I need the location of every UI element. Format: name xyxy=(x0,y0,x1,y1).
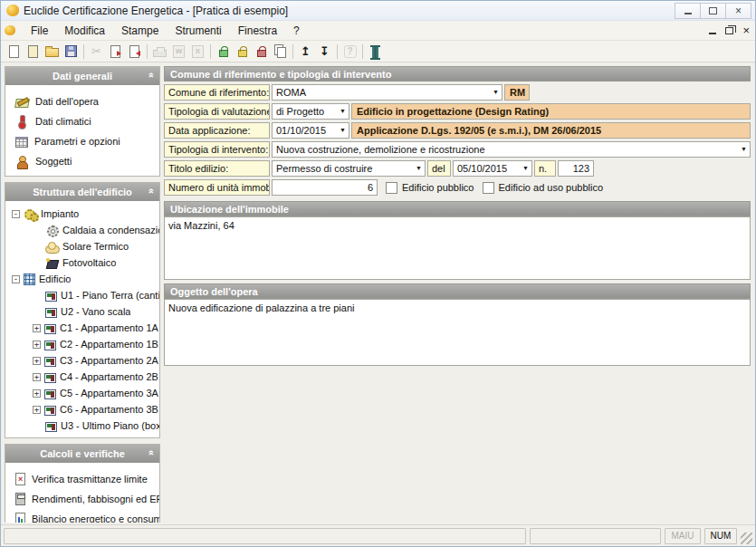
unita-input[interactable]: 6 xyxy=(272,179,378,196)
child-close-icon[interactable]: × xyxy=(742,26,750,35)
checkbox-edificio-uso-pubblico[interactable] xyxy=(483,182,494,194)
people-icon xyxy=(15,155,29,168)
resize-grip[interactable] xyxy=(741,533,752,544)
menu-modifica[interactable]: Modifica xyxy=(56,22,113,40)
document-logo-icon xyxy=(5,25,15,35)
expand-node-icon[interactable]: + xyxy=(33,373,41,381)
save-icon[interactable] xyxy=(62,43,81,61)
menu-file[interactable]: File xyxy=(23,22,56,40)
import-up-icon[interactable]: ↥ xyxy=(296,43,315,61)
sidebar-item-verifica-trasmittanze[interactable]: Verifica trasmittanze limite xyxy=(5,469,159,489)
provincia-field: RM xyxy=(504,84,530,101)
menu-help[interactable]: ? xyxy=(285,22,308,40)
export-down-icon[interactable]: ↧ xyxy=(315,43,334,61)
collapse-icon[interactable]: » xyxy=(145,188,156,194)
archive-column-icon[interactable] xyxy=(366,43,385,61)
label-del: del xyxy=(427,160,451,177)
titolo-edilizio-select[interactable]: Permesso di costruire ▼ xyxy=(272,160,426,177)
panel-header-dati-generali[interactable]: Dati generali » xyxy=(5,67,159,85)
sidebar-item-soggetti[interactable]: Soggetti xyxy=(5,151,159,171)
status-panel-secondary xyxy=(530,528,661,544)
expand-node-icon[interactable]: + xyxy=(33,357,41,365)
tree-node-edificio[interactable]: - Edificio xyxy=(5,271,159,287)
dropdown-icon[interactable]: ▼ xyxy=(340,108,346,114)
sidebar-item-bilancio[interactable]: Bilancio energetico e consumi xyxy=(5,509,159,523)
ubicazione-textarea[interactable]: via Mazzini, 64 xyxy=(164,216,751,280)
panel-header-struttura[interactable]: Struttura dell'edificio » xyxy=(5,183,159,201)
copy-icon[interactable] xyxy=(271,43,290,61)
open-file-icon[interactable] xyxy=(43,43,62,61)
tree-node-impianto[interactable]: - Impianto xyxy=(5,206,159,222)
panel-header-calcoli[interactable]: Calcoli e verifiche » xyxy=(5,445,159,463)
import-doc-icon[interactable] xyxy=(106,43,125,61)
status-num-indicator: NUM xyxy=(704,528,737,544)
collapse-node-icon[interactable]: - xyxy=(12,210,20,218)
tree-node-fotovoltaico[interactable]: Fotovoltaico xyxy=(5,254,159,271)
valutazione-select[interactable]: di Progetto ▼ xyxy=(272,103,349,120)
expand-node-icon[interactable]: + xyxy=(33,341,41,349)
new-file-icon[interactable] xyxy=(5,43,24,61)
lock-green-icon[interactable] xyxy=(214,43,233,61)
comune-select[interactable]: ROMA ▼ xyxy=(272,84,502,101)
tree-node-c3[interactable]: + C3 - Appartamento 2A xyxy=(5,352,159,369)
grid-options-icon xyxy=(15,137,28,148)
menu-stampe[interactable]: Stampe xyxy=(113,22,167,40)
panel-struttura: Struttura dell'edificio » - Impianto Cal… xyxy=(5,182,160,438)
titolo-numero-input[interactable]: 123 xyxy=(558,160,594,177)
tree-node-u1[interactable]: U1 - Piano Terra (cantine e xyxy=(5,287,159,303)
tree-node-c4[interactable]: + C4 - Appartamento 2B xyxy=(5,369,159,385)
menu-finestra[interactable]: Finestra xyxy=(230,22,285,40)
sidebar-item-parametri[interactable]: Parametri e opzioni xyxy=(5,131,159,151)
lock-red-icon[interactable] xyxy=(252,43,271,61)
dropdown-icon[interactable]: ▼ xyxy=(522,165,529,171)
tree-node-c2[interactable]: + C2 - Appartamento 1B xyxy=(5,336,159,352)
sidebar-item-rendimenti[interactable]: Rendimenti, fabbisogni ed EP xyxy=(5,489,159,509)
valutazione-info: Edificio in progettazione (Design Rating… xyxy=(351,103,751,120)
menu-strumenti[interactable]: Strumenti xyxy=(167,22,229,40)
data-applicazione-select[interactable]: 01/10/2015 ▼ xyxy=(272,122,349,139)
collapse-icon[interactable]: » xyxy=(145,72,156,78)
expand-node-icon[interactable]: + xyxy=(33,324,41,332)
dropdown-icon[interactable]: ▼ xyxy=(493,89,499,95)
window-title: Euclide Certificazione Energetica - [Pra… xyxy=(24,5,288,17)
app-window: Euclide Certificazione Energetica - [Pra… xyxy=(0,0,756,547)
status-panel-main xyxy=(4,528,526,544)
solar-cloud-icon xyxy=(45,240,59,254)
close-button[interactable]: × xyxy=(725,3,751,19)
new-practice-icon[interactable] xyxy=(24,43,43,61)
sidebar-item-dati-opera[interactable]: Dati dell'opera xyxy=(5,91,159,111)
collapse-icon[interactable]: » xyxy=(145,450,156,456)
titolo-date-select[interactable]: 05/10/2015 ▼ xyxy=(453,160,532,177)
check-document-icon xyxy=(15,473,25,485)
dropdown-icon[interactable]: ▼ xyxy=(416,165,422,171)
sidebar-item-dati-climatici[interactable]: Dati climatici xyxy=(5,111,159,131)
checkbox-edificio-pubblico[interactable] xyxy=(386,182,397,194)
intervento-select[interactable]: Nuova costruzione, demolizione e ricostr… xyxy=(272,141,751,158)
tree-node-c5[interactable]: + C5 - Appartamento 3A xyxy=(5,385,159,401)
tree-node-u3[interactable]: U3 - Ultimo Piano (box e ripo xyxy=(5,417,159,434)
dropdown-icon[interactable]: ▼ xyxy=(741,146,747,152)
section-header-oggetto: Oggetto dell'opera xyxy=(164,283,751,299)
unit-plan-icon xyxy=(44,373,56,383)
expand-node-icon[interactable]: + xyxy=(33,389,41,398)
tree-node-caldaia[interactable]: Caldaia a condensazione xyxy=(5,222,159,238)
app-logo-icon xyxy=(6,5,19,16)
child-minimize-icon[interactable] xyxy=(709,33,716,34)
oggetto-textarea[interactable]: Nuova edificazione di palazzina a tre pi… xyxy=(164,299,751,366)
dropdown-icon[interactable]: ▼ xyxy=(340,127,346,133)
tree-node-c6[interactable]: + C6 - Appartamento 3B xyxy=(5,401,159,417)
collapse-node-icon[interactable]: - xyxy=(12,275,20,283)
label-intervento: Tipologia di intervento: xyxy=(164,141,270,158)
export-doc-icon[interactable] xyxy=(125,43,144,61)
scissors-icon: ✂ xyxy=(87,43,106,61)
minimize-button[interactable] xyxy=(675,3,701,19)
tree-node-u2[interactable]: U2 - Vano scala xyxy=(5,303,159,320)
maximize-button[interactable] xyxy=(700,3,726,19)
tree-node-c1[interactable]: + C1 - Appartamento 1A xyxy=(5,320,159,336)
child-restore-icon[interactable] xyxy=(725,27,733,34)
title-bar: Euclide Certificazione Energetica - [Pra… xyxy=(1,1,755,21)
expand-node-icon[interactable]: + xyxy=(33,406,41,414)
tree-node-solare[interactable]: Solare Termico xyxy=(5,238,159,254)
thermometer-icon xyxy=(15,115,29,129)
lock-yellow-icon[interactable] xyxy=(233,43,252,61)
